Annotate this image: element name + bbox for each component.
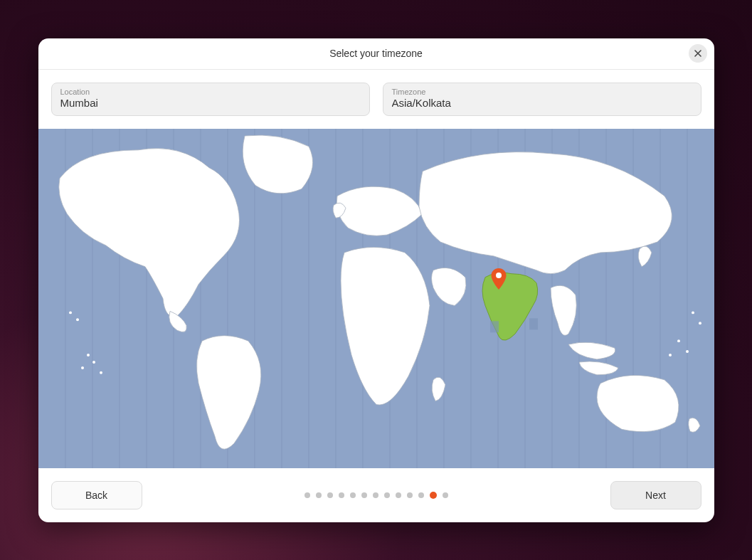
progress-dot (396, 492, 401, 498)
back-button-label: Back (85, 490, 107, 501)
progress-dot (304, 492, 310, 498)
svg-point-31 (669, 354, 672, 356)
svg-point-35 (76, 318, 79, 321)
timezone-map[interactable] (38, 129, 714, 468)
svg-point-33 (699, 322, 701, 324)
timezone-label: Timezone (392, 88, 692, 96)
location-pin-icon (491, 268, 507, 290)
svg-point-38 (496, 273, 502, 278)
progress-dot (384, 492, 390, 498)
location-label: Location (60, 88, 361, 96)
svg-point-28 (100, 371, 102, 374)
timezone-input[interactable] (392, 96, 692, 109)
svg-point-30 (686, 350, 689, 353)
progress-dot (418, 492, 424, 498)
svg-point-29 (677, 339, 680, 342)
progress-dot (350, 492, 356, 498)
svg-point-25 (87, 354, 90, 356)
svg-rect-36 (490, 321, 499, 332)
fields-row: Location Timezone (38, 70, 714, 129)
progress-dot (407, 492, 413, 498)
progress-dot (373, 492, 378, 498)
close-icon (694, 49, 702, 58)
progress-dot (327, 492, 333, 498)
titlebar: Select your timezone (38, 38, 714, 70)
timezone-field[interactable]: Timezone (383, 83, 701, 116)
footer: Back Next (38, 468, 714, 522)
dialog-title: Select your timezone (329, 48, 423, 59)
world-map-svg (38, 129, 714, 468)
next-button-label: Next (645, 490, 666, 501)
progress-dots (304, 492, 448, 499)
progress-dot (430, 492, 437, 499)
close-button[interactable] (689, 44, 707, 63)
svg-point-26 (92, 360, 95, 363)
svg-point-27 (81, 366, 84, 369)
location-input[interactable] (60, 96, 361, 109)
progress-dot (339, 492, 344, 498)
progress-dot (316, 492, 322, 498)
back-button[interactable]: Back (51, 481, 142, 509)
svg-point-34 (69, 311, 72, 314)
next-button[interactable]: Next (610, 481, 701, 509)
progress-dot (443, 492, 448, 498)
svg-rect-37 (529, 318, 538, 329)
timezone-dialog: Select your timezone Location Timezone (38, 38, 714, 522)
progress-dot (361, 492, 367, 498)
svg-point-32 (692, 311, 694, 314)
location-field[interactable]: Location (51, 83, 370, 116)
